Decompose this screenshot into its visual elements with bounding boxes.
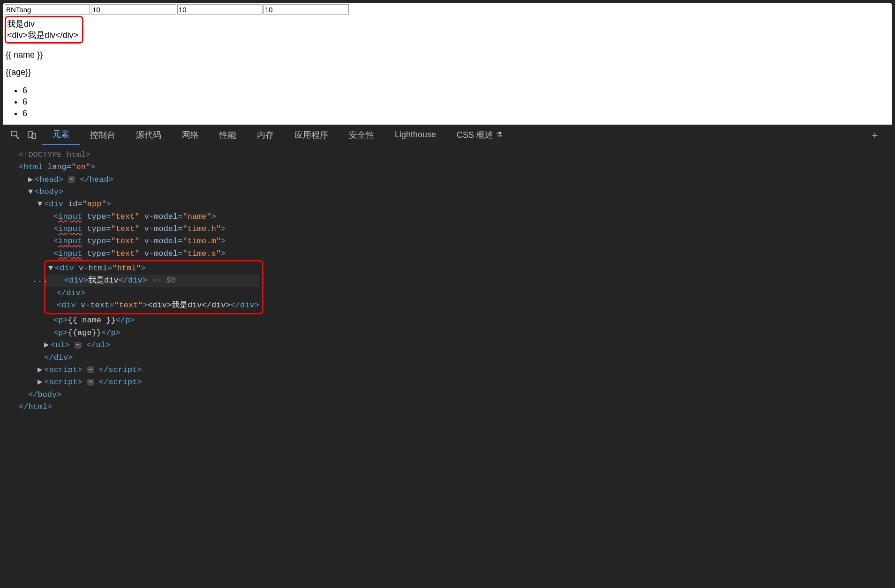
list-item: 6	[23, 96, 892, 108]
tree-line[interactable]: ▶<ul> ⋯ </ul>	[19, 339, 895, 351]
list-item: 6	[23, 108, 892, 119]
time-m-input[interactable]	[177, 4, 263, 15]
annotation-red-box-code: ▼<div v-html="html"> <div>我是div</div> ==…	[44, 260, 895, 314]
tree-line-selected[interactable]: <div>我是div</div> == $0	[45, 275, 259, 287]
annotation-red-box-page: 我是div <div>我是div</div>	[5, 16, 83, 44]
tree-line[interactable]: ▶<script> ⋯ </script>	[19, 364, 895, 376]
time-h-input[interactable]	[91, 4, 176, 15]
tree-line[interactable]: <input type="text" v-model="time.m">	[19, 235, 895, 247]
tree-line[interactable]: ▶<head> ⋯ </head>	[19, 174, 895, 186]
tree-line[interactable]: ▼<div id="app">	[19, 198, 895, 210]
tab-sources[interactable]: 源代码	[126, 125, 172, 145]
tree-line[interactable]: <input type="text" v-model="time.s">	[19, 248, 895, 260]
name-input[interactable]	[5, 4, 90, 15]
ellipsis-icon[interactable]: ⋯	[75, 342, 82, 349]
tab-elements[interactable]: 元素	[42, 125, 80, 145]
vhtml-output: 我是div	[7, 18, 78, 30]
tab-network[interactable]: 网络	[172, 125, 209, 145]
svg-rect-0	[11, 131, 17, 136]
tree-line[interactable]: <input type="text" v-model="time.h">	[19, 223, 895, 235]
device-toggle-icon[interactable]	[25, 128, 38, 141]
tab-console[interactable]: 控制台	[80, 125, 126, 145]
ellipsis-icon[interactable]: ⋯	[68, 176, 75, 183]
tab-memory[interactable]: 内存	[247, 125, 284, 145]
more-tabs-button[interactable]: ＋	[863, 128, 887, 142]
ellipsis-icon[interactable]: ⋯	[87, 379, 94, 386]
tree-line[interactable]: </div>	[19, 352, 895, 364]
tree-line[interactable]: ▼<body>	[19, 186, 895, 198]
devtools-tabbar: 元素 控制台 源代码 网络 性能 内存 应用程序 安全性 Lighthouse …	[0, 125, 895, 145]
tree-line[interactable]: </html>	[19, 401, 895, 413]
tree-line[interactable]: <!DOCTYPE html>	[19, 149, 895, 161]
vtext-output: <div>我是div</div>	[7, 30, 78, 41]
tree-line[interactable]: <p>{{age}}</p>	[19, 327, 895, 339]
devtools-panel: 元素 控制台 源代码 网络 性能 内存 应用程序 安全性 Lighthouse …	[0, 125, 895, 423]
input-row	[3, 3, 892, 15]
list-item: 6	[23, 85, 892, 97]
tree-line[interactable]: <div v-text="text"><div>我是div</div></div…	[45, 299, 259, 312]
ellipsis-icon[interactable]: ⋯	[87, 366, 94, 373]
dom-tree[interactable]: <!DOCTYPE html> <html lang="en"> ▶<head>…	[0, 145, 895, 423]
svg-rect-2	[32, 134, 36, 139]
tab-performance[interactable]: 性能	[209, 125, 247, 145]
p-name: {{ name }}	[6, 50, 892, 60]
inspect-icon[interactable]	[8, 128, 22, 141]
tree-line[interactable]: </div>	[45, 287, 259, 299]
tab-security[interactable]: 安全性	[338, 125, 384, 145]
tab-lighthouse[interactable]: Lighthouse	[384, 125, 446, 145]
tab-application[interactable]: 应用程序	[284, 125, 338, 145]
tree-line[interactable]: <p>{{ name }}</p>	[19, 314, 895, 327]
flask-icon: ⚗	[496, 130, 503, 139]
tree-line[interactable]: <input type="text" v-model="name">	[19, 211, 895, 223]
list: 6 6 6	[9, 85, 892, 119]
tree-line[interactable]: ▶<script> ⋯ </script>	[19, 376, 895, 388]
tree-line[interactable]: ▼<div v-html="html">	[45, 262, 259, 275]
tree-line[interactable]: <html lang="en">	[19, 161, 895, 173]
tab-css-overview[interactable]: CSS 概述⚗	[446, 125, 513, 145]
time-s-input[interactable]	[263, 4, 349, 15]
rendered-page: 我是div <div>我是div</div> {{ name }} {{age}…	[3, 3, 892, 125]
p-age: {{age}}	[6, 67, 892, 77]
tree-line[interactable]: </body>	[19, 389, 895, 401]
